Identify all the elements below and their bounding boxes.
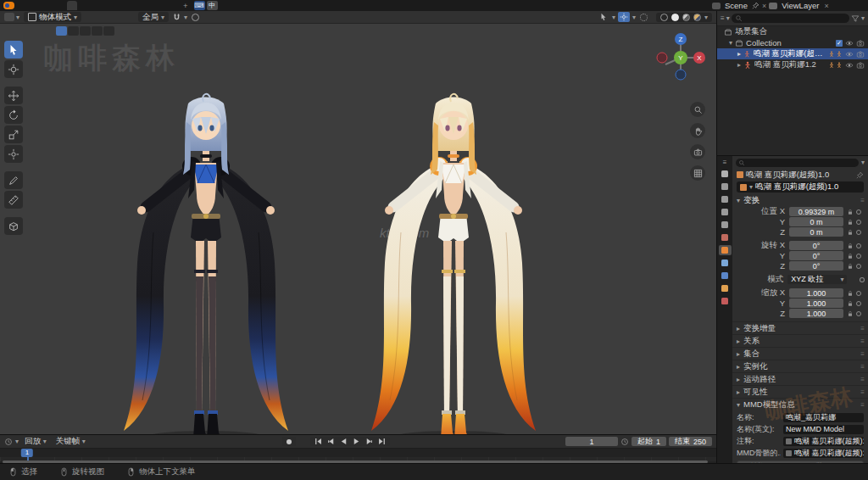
- lock-icon[interactable]: [845, 219, 855, 226]
- collection-checkbox[interactable]: ✓: [836, 40, 843, 47]
- lock-icon[interactable]: [845, 229, 855, 236]
- properties-tab-render[interactable]: [719, 181, 732, 192]
- editor-type-icon[interactable]: ≡: [723, 159, 727, 166]
- proportional-editing-icon[interactable]: [189, 12, 201, 22]
- tool-rotate[interactable]: [4, 106, 23, 124]
- shading-options-chevron[interactable]: ▾: [704, 14, 708, 21]
- chevron-down-icon[interactable]: ▾: [726, 14, 730, 22]
- auto-keying-button[interactable]: [282, 437, 296, 446]
- timeline-menu-item[interactable]: 回放 ▾: [21, 436, 50, 447]
- tool-annotate[interactable]: [4, 171, 23, 189]
- tool-scale[interactable]: [4, 126, 23, 143]
- render-camera-icon[interactable]: [856, 61, 865, 70]
- scene-unlink-icon[interactable]: ×: [761, 2, 767, 10]
- properties-tab-texture[interactable]: [719, 296, 732, 306]
- pin-icon[interactable]: [752, 2, 760, 9]
- properties-search-input[interactable]: [736, 159, 859, 167]
- xray-toggle-icon[interactable]: [638, 12, 650, 22]
- panel-collapsed[interactable]: ▸ 集合 ≡: [732, 347, 868, 360]
- playback-jump-first[interactable]: [312, 437, 325, 446]
- mmd-comment-field[interactable]: 鸣潮 嘉贝莉娜(超频)1.0 ×: [783, 437, 864, 446]
- lock-icon[interactable]: [845, 300, 855, 307]
- 3d-viewport[interactable]: 咖啡森林 ktsll.com: [0, 24, 716, 434]
- editor-type-chevron[interactable]: ▾: [15, 438, 19, 445]
- mmd-convert-ik-button[interactable]: 转换MMD IK循环因数(Factor): [737, 460, 864, 463]
- workspace-tab[interactable]: [128, 1, 138, 10]
- scene-selector[interactable]: Scene: [722, 1, 750, 10]
- overlays-options-chevron[interactable]: ▾: [632, 14, 636, 21]
- shading-material-icon[interactable]: [682, 14, 690, 21]
- frame-end-field[interactable]: 结束250: [669, 437, 712, 446]
- animate-dot[interactable]: [856, 291, 861, 296]
- workspace-tab[interactable]: [77, 1, 87, 10]
- nav-magnifier[interactable]: [690, 102, 705, 117]
- mmd-name-input[interactable]: 鸣潮_嘉贝莉娜: [783, 413, 864, 422]
- render-camera-icon[interactable]: [856, 50, 865, 59]
- workspace-tab[interactable]: [148, 1, 159, 10]
- panel-collapsed[interactable]: ▸ 运动路径 ≡: [732, 372, 868, 385]
- render-camera-icon[interactable]: [856, 39, 865, 47]
- transform-value-field[interactable]: XYZ 欧拉 ▾: [787, 275, 847, 284]
- transform-value-field[interactable]: 0° ▾: [789, 241, 843, 250]
- outliner-row-collection[interactable]: ▾ Collection ✓: [717, 37, 868, 48]
- tool-select[interactable]: [4, 41, 23, 59]
- current-frame-badge[interactable]: 1: [21, 449, 33, 457]
- mmd-panel-header[interactable]: ▾ MMD模型信息 ≡: [732, 398, 868, 410]
- select-mode-icon[interactable]: [68, 26, 79, 36]
- panel-collapsed[interactable]: ▸ 关系 ≡: [732, 334, 868, 347]
- tool-measure[interactable]: [4, 191, 23, 209]
- properties-tab-constraints[interactable]: [719, 258, 732, 268]
- pin-icon[interactable]: [856, 171, 864, 179]
- tool-transform[interactable]: [4, 145, 23, 163]
- options-chevron[interactable]: ▾: [861, 159, 865, 166]
- properties-tab-world[interactable]: [719, 232, 732, 243]
- editor-type-chevron[interactable]: ▾: [16, 14, 19, 21]
- playback-play[interactable]: [350, 437, 363, 446]
- filter-icon[interactable]: [851, 14, 860, 23]
- character-model-left[interactable]: [112, 63, 300, 434]
- workspace-tab[interactable]: [108, 1, 118, 10]
- snap-magnet-icon[interactable]: [170, 12, 182, 22]
- navigation-gizmo[interactable]: Z X Y: [654, 31, 708, 85]
- character-model-right[interactable]: [359, 63, 548, 434]
- animate-dot[interactable]: [856, 230, 861, 235]
- transform-value-field[interactable]: 1.000 ▾: [789, 309, 843, 318]
- nav-grid[interactable]: [690, 165, 705, 181]
- display-mode-icon[interactable]: ≡: [721, 14, 725, 22]
- animate-dot[interactable]: [856, 220, 861, 225]
- playback-play-rev[interactable]: [337, 437, 350, 446]
- mode-dropdown[interactable]: 物体模式 ▾: [24, 12, 81, 22]
- lock-icon[interactable]: [845, 290, 855, 297]
- animate-dot[interactable]: [856, 264, 861, 269]
- lock-icon[interactable]: [845, 253, 855, 260]
- timeline-menu-item[interactable]: 关键帧 ▾: [53, 436, 89, 447]
- panel-collapsed[interactable]: ▸ 实例化 ≡: [732, 360, 868, 372]
- panel-collapsed[interactable]: ▸ 变换增量 ≡: [732, 321, 868, 334]
- snap-options-chevron[interactable]: ▾: [184, 14, 187, 21]
- workspace-tab[interactable]: [159, 1, 169, 10]
- expand-icon[interactable]: ▸: [737, 61, 741, 69]
- viewlayer-remove-icon[interactable]: ×: [823, 2, 829, 10]
- preview-range-icon[interactable]: [620, 438, 629, 446]
- select-mode-icon[interactable]: [80, 26, 91, 36]
- transform-value-field[interactable]: 0.99329 m ▾: [789, 207, 843, 216]
- workspace-tab[interactable]: [118, 1, 128, 10]
- playback-jump-last[interactable]: [376, 437, 388, 446]
- shading-solid-icon[interactable]: [671, 14, 679, 21]
- object-name-field[interactable]: ▾ 鸣潮 嘉贝莉娜(超频)1.0: [737, 181, 864, 193]
- tool-cursor[interactable]: [4, 60, 23, 78]
- filter-chevron[interactable]: ▾: [861, 14, 865, 22]
- playback-prev-key[interactable]: [325, 437, 337, 446]
- gizmo-toggle-icon[interactable]: [598, 12, 609, 22]
- expand-icon[interactable]: ▸: [737, 50, 741, 58]
- overlays-toggle-icon[interactable]: [618, 12, 630, 22]
- lock-icon[interactable]: [845, 263, 855, 270]
- editor-type-icon[interactable]: [4, 13, 14, 21]
- workspace-tab[interactable]: [97, 1, 108, 10]
- transform-value-field[interactable]: 1.000 ▾: [789, 288, 843, 298]
- add-workspace-button[interactable]: +: [179, 1, 192, 10]
- panel-collapsed[interactable]: ▸ 可见性 ≡: [732, 385, 868, 398]
- hide-eye-icon[interactable]: [845, 39, 854, 47]
- shading-rendered-icon[interactable]: [693, 14, 701, 21]
- expand-icon[interactable]: ▾: [729, 39, 732, 47]
